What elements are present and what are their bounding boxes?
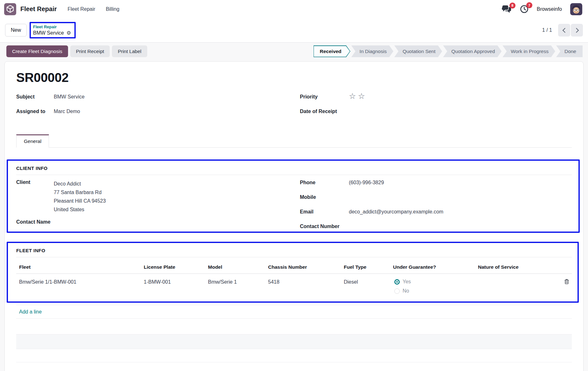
app-icon <box>4 3 16 15</box>
create-fleet-diagnosis-button[interactable]: Create Fleet Diagnosis <box>6 45 68 57</box>
navbar-right: 8 7 Browseinfo <box>502 3 584 15</box>
breadcrumb-record-name: BMW Service <box>33 30 64 36</box>
empty-row <box>16 349 572 362</box>
fleet-table-header: Fleet License Plate Model Chassis Number… <box>16 257 572 274</box>
main-content: Create Fleet Diagnosis Print Receipt Pri… <box>0 43 588 371</box>
radio-selected-icon[interactable] <box>394 279 400 285</box>
app-header: Fleet Repair Fleet Repair Billing 8 7 Br… <box>0 0 588 43</box>
form-right-column: Priority ☆ ☆ Date of Receipt <box>300 93 572 123</box>
status-step-work-in-progress[interactable]: Work in Progress <box>502 45 555 57</box>
mobile-label: Mobile <box>300 194 349 200</box>
empty-row <box>16 334 572 349</box>
assigned-to-label: Assigned to <box>16 108 54 115</box>
actions-row: Create Fleet Diagnosis Print Receipt Pri… <box>4 45 584 57</box>
avatar[interactable] <box>570 3 582 15</box>
subject-value[interactable]: BMW Service <box>54 93 85 100</box>
control-panel: New Fleet Repair BMW Service ⚙ 1 / 1 <box>0 18 588 42</box>
messages-badge: 8 <box>509 3 515 9</box>
pager: 1 / 1 <box>542 24 583 37</box>
settings-gear-icon[interactable]: ⚙ <box>66 30 71 36</box>
client-label: Client <box>16 179 54 214</box>
app-menu-button[interactable]: Fleet Repair <box>4 3 57 15</box>
menu-item-billing[interactable]: Billing <box>106 6 120 12</box>
record-title: SR00002 <box>16 71 572 84</box>
menu-item-fleet-repair[interactable]: Fleet Repair <box>67 6 95 12</box>
status-step-quotation-approved[interactable]: Quotation Approved <box>443 45 502 57</box>
delete-row-button[interactable] <box>561 279 572 284</box>
client-country[interactable]: United States <box>54 205 106 214</box>
date-of-receipt-label: Date of Receipt <box>300 108 349 115</box>
chevron-right-icon <box>574 28 579 33</box>
status-step-in-diagnosis[interactable]: In Diagnosis <box>351 45 393 57</box>
email-label: Email <box>300 209 349 215</box>
cell-license-plate[interactable]: 1-BMW-001 <box>144 279 208 285</box>
cell-chassis-number[interactable]: 5418 <box>268 279 344 285</box>
column-header-under-guarantee: Under Guarantee? <box>393 264 478 273</box>
add-a-line-link[interactable]: Add a line <box>19 309 42 314</box>
column-header-actions <box>561 264 572 273</box>
messages-icon[interactable]: 8 <box>502 5 512 13</box>
status-step-received[interactable]: Received <box>314 45 350 57</box>
app-title: Fleet Repair <box>20 5 57 13</box>
form-left-column: Subject BMW Service Assigned to Marc Dem… <box>16 93 300 123</box>
cell-model[interactable]: Bmw/Serie 1 <box>208 279 268 285</box>
navbar: Fleet Repair Fleet Repair Billing 8 7 Br… <box>0 0 588 18</box>
column-header-license-plate: License Plate <box>144 264 208 273</box>
phone-field: Phone (603)-996-3829 <box>300 179 572 186</box>
print-label-button[interactable]: Print Label <box>112 45 147 57</box>
breadcrumb: Fleet Repair BMW Service ⚙ <box>31 24 73 37</box>
column-header-nature-of-service: Nature of Service <box>478 264 561 273</box>
fleet-table-row: Bmw/Serie 1/1-BMW-001 1-BMW-001 Bmw/Seri… <box>16 274 572 305</box>
priority-label: Priority <box>300 93 349 100</box>
star-icon[interactable]: ☆ <box>349 92 356 100</box>
new-button[interactable]: New <box>5 24 27 37</box>
cell-fleet[interactable]: Bmw/Serie 1/1-BMW-001 <box>16 279 144 285</box>
contact-number-label: Contact Number <box>300 223 349 230</box>
tab-general[interactable]: General <box>16 134 49 148</box>
assigned-to-field: Assigned to Marc Demo <box>16 108 300 115</box>
activities-clock-icon[interactable]: 7 <box>520 5 529 13</box>
phone-label: Phone <box>300 179 349 186</box>
phone-value[interactable]: (603)-996-3829 <box>349 179 384 186</box>
client-street[interactable]: 77 Santa Barbara Rd <box>54 188 106 197</box>
email-value[interactable]: deco_addict@yourcompany.example.com <box>349 209 443 215</box>
cell-fuel-type[interactable]: Diesel <box>344 279 393 285</box>
user-name[interactable]: Browseinfo <box>537 6 562 12</box>
breadcrumb-parent-link[interactable]: Fleet Repair <box>33 24 71 29</box>
contact-number-field: Contact Number <box>300 223 572 230</box>
guarantee-radio-no[interactable]: No <box>393 288 478 294</box>
client-name[interactable]: Deco Addict <box>54 179 106 188</box>
pager-previous-button[interactable] <box>558 24 570 37</box>
fleet-info-title: FLEET INFO <box>16 248 572 257</box>
client-info-section: CLIENT INFO Client Deco Addict 77 Santa … <box>16 165 572 230</box>
priority-stars: ☆ ☆ <box>349 92 365 100</box>
client-info-left: Client Deco Addict 77 Santa Barbara Rd P… <box>16 179 300 230</box>
add-line-row: Add a line <box>16 305 572 319</box>
star-icon[interactable]: ☆ <box>358 92 365 100</box>
contact-name-field: Contact Name <box>16 219 300 225</box>
status-step-quotation-sent[interactable]: Quotation Sent <box>394 45 442 57</box>
assigned-to-value[interactable]: Marc Demo <box>54 108 80 115</box>
radio-unselected-icon[interactable] <box>394 288 400 294</box>
client-city[interactable]: Pleasant Hill CA 94523 <box>54 197 106 205</box>
subject-field: Subject BMW Service <box>16 93 300 100</box>
guarantee-radio-yes[interactable]: Yes <box>393 279 478 285</box>
pager-next-button[interactable] <box>571 24 583 37</box>
empty-row <box>16 319 572 334</box>
chevron-left-icon <box>562 28 567 33</box>
status-step-done[interactable]: Done <box>556 45 583 57</box>
subject-label: Subject <box>16 93 54 100</box>
trash-icon <box>564 279 569 284</box>
priority-field: Priority ☆ ☆ <box>300 93 572 100</box>
email-field: Email deco_addict@yourcompany.example.co… <box>300 209 572 215</box>
client-info-title: CLIENT INFO <box>16 165 572 175</box>
client-value[interactable]: Deco Addict 77 Santa Barbara Rd Pleasant… <box>54 179 106 214</box>
column-header-fuel-type: Fuel Type <box>344 264 393 273</box>
pager-value: 1 / 1 <box>542 27 552 33</box>
activities-badge: 7 <box>526 2 532 8</box>
column-header-fleet: Fleet <box>16 264 144 273</box>
client-field: Client Deco Addict 77 Santa Barbara Rd P… <box>16 179 300 214</box>
print-receipt-button[interactable]: Print Receipt <box>70 45 110 57</box>
form-sheet: SR00002 Subject BMW Service Assigned to … <box>4 61 584 371</box>
column-header-chassis-number: Chassis Number <box>268 264 344 273</box>
